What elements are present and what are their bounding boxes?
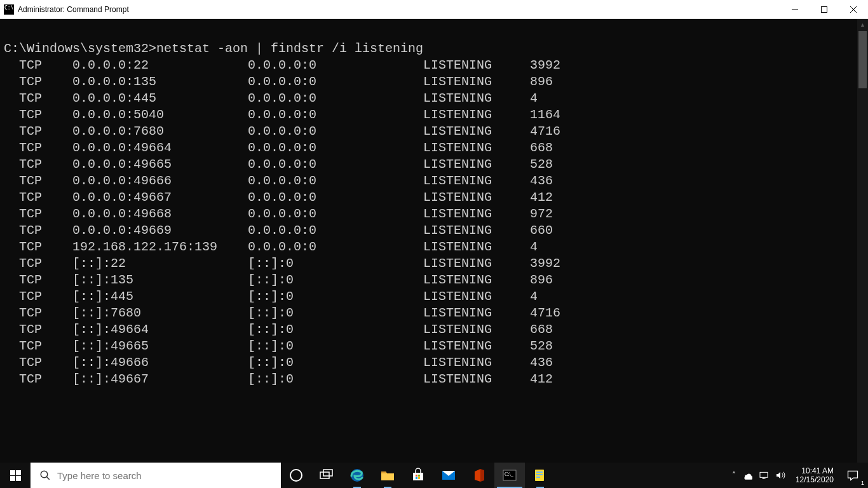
col-remote: 0.0.0.0:0 <box>248 74 423 90</box>
netstat-row: TCP[::]:49667[::]:0LISTENING412 <box>4 371 856 388</box>
col-proto: TCP <box>19 123 72 140</box>
col-proto: TCP <box>19 173 72 189</box>
system-tray: ˄ 10:41 AM 12/15/2020 1 <box>727 463 868 488</box>
col-local: 0.0.0.0:49667 <box>72 189 248 206</box>
scroll-thumb[interactable] <box>858 31 867 88</box>
col-proto: TCP <box>19 107 72 123</box>
taskbar-app-explorer[interactable] <box>372 463 403 488</box>
col-pid: 668 <box>530 140 553 156</box>
terminal-blank-line <box>4 24 856 41</box>
search-box[interactable]: Type here to search <box>31 463 281 488</box>
maximize-button[interactable] <box>810 0 839 19</box>
taskbar-app-office[interactable] <box>464 463 494 488</box>
col-remote: [::]:0 <box>248 255 423 272</box>
cortana-icon <box>288 468 304 483</box>
col-local: 0.0.0.0:49666 <box>72 173 248 189</box>
col-pid: 436 <box>530 355 553 371</box>
svg-line-9 <box>46 477 50 480</box>
col-local: [::]:49664 <box>72 322 248 338</box>
start-button[interactable] <box>0 463 31 488</box>
col-proto: TCP <box>19 156 72 173</box>
col-state: LISTENING <box>423 305 530 322</box>
taskbar-clock[interactable]: 10:41 AM 12/15/2020 <box>790 466 839 484</box>
col-pid: 412 <box>530 189 553 206</box>
col-pid: 1164 <box>530 107 560 123</box>
col-state: LISTENING <box>423 173 530 189</box>
col-local: [::]:49665 <box>72 338 248 355</box>
vertical-scrollbar[interactable]: ▲ <box>857 19 868 463</box>
col-local: 0.0.0.0:7680 <box>72 123 248 140</box>
col-state: LISTENING <box>423 355 530 371</box>
taskbar-app-store[interactable] <box>403 463 433 488</box>
svg-rect-14 <box>416 475 417 477</box>
svg-rect-24 <box>536 477 540 478</box>
terminal-output[interactable]: C:\Windows\system32>netstat -aon | finds… <box>0 19 857 463</box>
col-proto: TCP <box>19 57 72 74</box>
netstat-row: TCP0.0.0.0:76800.0.0.0:0LISTENING4716 <box>4 123 856 140</box>
minimize-button[interactable] <box>780 0 810 19</box>
svg-rect-6 <box>10 476 15 481</box>
action-center-button[interactable]: 1 <box>839 469 867 482</box>
col-state: LISTENING <box>423 140 530 156</box>
col-pid: 4716 <box>530 123 560 140</box>
edge-icon <box>349 468 365 483</box>
col-local: [::]:49667 <box>72 371 248 388</box>
netstat-row: TCP0.0.0.0:496670.0.0.0:0LISTENING412 <box>4 189 856 206</box>
window-title: Administrator: Command Prompt <box>18 5 129 14</box>
col-proto: TCP <box>19 74 72 90</box>
col-remote: [::]:0 <box>248 288 423 305</box>
task-view-icon <box>319 468 334 483</box>
netstat-row: TCP0.0.0.0:496660.0.0.0:0LISTENING436 <box>4 173 856 189</box>
volume-icon[interactable] <box>775 470 785 480</box>
col-remote: 0.0.0.0:0 <box>248 123 423 140</box>
col-state: LISTENING <box>423 239 530 255</box>
col-proto: TCP <box>19 189 72 206</box>
svg-rect-15 <box>418 475 420 477</box>
col-local: [::]:22 <box>72 255 248 272</box>
taskbar-app-mail[interactable] <box>433 463 464 488</box>
mail-icon <box>441 468 456 483</box>
svg-rect-5 <box>16 470 21 475</box>
netstat-row: TCP[::]:135[::]:0LISTENING896 <box>4 272 856 288</box>
onedrive-icon[interactable] <box>742 470 752 480</box>
col-pid: 412 <box>530 371 553 388</box>
netstat-row: TCP192.168.122.176:1390.0.0.0:0LISTENING… <box>4 239 856 255</box>
taskbar-app-edge[interactable] <box>342 463 372 488</box>
taskbar: Type here to search C:\_ ˄ 10:41 AM 12/1… <box>0 463 868 488</box>
col-remote: 0.0.0.0:0 <box>248 222 423 239</box>
col-remote: [::]:0 <box>248 338 423 355</box>
task-view-button[interactable] <box>311 463 342 488</box>
svg-rect-17 <box>418 477 420 479</box>
network-icon[interactable] <box>759 470 769 480</box>
taskbar-app-cmd[interactable]: C:\_ <box>494 463 525 488</box>
netstat-row: TCP[::]:49664[::]:0LISTENING668 <box>4 322 856 338</box>
col-state: LISTENING <box>423 90 530 107</box>
col-remote: 0.0.0.0:0 <box>248 57 423 74</box>
col-proto: TCP <box>19 239 72 255</box>
taskbar-app-security[interactable] <box>525 463 555 488</box>
col-local: 0.0.0.0:135 <box>72 74 248 90</box>
netstat-row: TCP0.0.0.0:496690.0.0.0:0LISTENING660 <box>4 222 856 239</box>
col-state: LISTENING <box>423 123 530 140</box>
terminal-prompt-line: C:\Windows\system32>netstat -aon | finds… <box>4 41 856 57</box>
tray-overflow-icon[interactable]: ˄ <box>732 471 736 480</box>
close-button[interactable] <box>839 0 868 19</box>
col-remote: [::]:0 <box>248 305 423 322</box>
shield-notepad-icon <box>532 468 548 483</box>
col-state: LISTENING <box>423 57 530 74</box>
cortana-button[interactable] <box>281 463 311 488</box>
svg-rect-25 <box>760 472 768 477</box>
svg-point-8 <box>41 471 48 478</box>
col-state: LISTENING <box>423 338 530 355</box>
col-local: 192.168.122.176:139 <box>72 239 248 255</box>
col-remote: 0.0.0.0:0 <box>248 173 423 189</box>
svg-rect-1 <box>822 6 827 12</box>
col-local: 0.0.0.0:22 <box>72 57 248 74</box>
col-state: LISTENING <box>423 107 530 123</box>
scroll-up-arrow[interactable]: ▲ <box>857 19 868 30</box>
netstat-row: TCP0.0.0.0:50400.0.0.0:0LISTENING1164 <box>4 107 856 123</box>
col-pid: 4 <box>530 90 538 107</box>
col-proto: TCP <box>19 140 72 156</box>
col-remote: [::]:0 <box>248 272 423 288</box>
col-state: LISTENING <box>423 288 530 305</box>
